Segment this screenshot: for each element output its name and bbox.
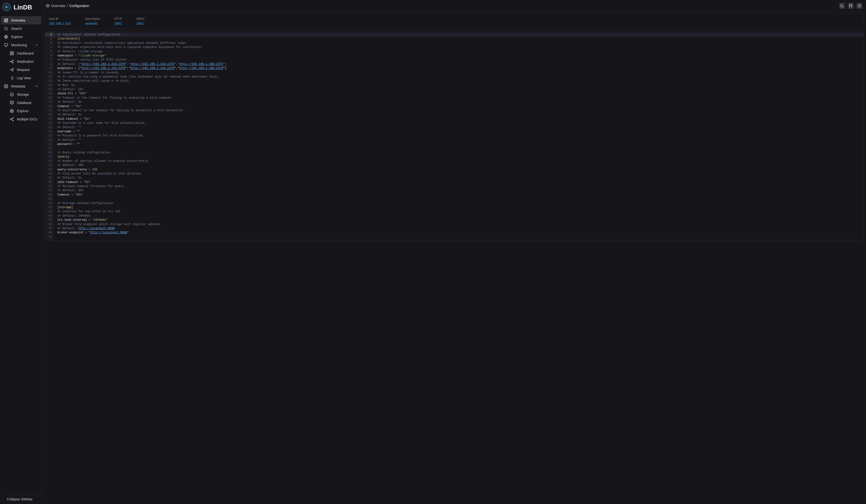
nav-item-explore[interactable]: Explore bbox=[1, 107, 41, 115]
nav-item-monitoring[interactable]: Monitoring bbox=[1, 41, 41, 49]
nav-item-search[interactable]: Search bbox=[1, 24, 41, 33]
info-label: GRPC bbox=[136, 17, 145, 21]
code-line: ## Default: 5s bbox=[54, 176, 863, 180]
theme-toggle-button[interactable] bbox=[839, 3, 845, 9]
chevron-down-icon bbox=[35, 84, 38, 88]
svg-rect-11 bbox=[7, 19, 8, 20]
list-icon bbox=[10, 76, 14, 80]
logo-icon bbox=[2, 2, 11, 12]
svg-point-14 bbox=[4, 27, 7, 30]
code-line: ## Username is a user name for etcd auth… bbox=[54, 121, 863, 125]
svg-point-5 bbox=[4, 7, 4, 7]
code-line: ttl-task-interval = "24h0m0s" bbox=[54, 218, 863, 222]
svg-point-7 bbox=[6, 10, 7, 10]
code-line: endpoints = ["http://192.168.1.218:2379"… bbox=[54, 66, 863, 70]
send-icon bbox=[10, 68, 14, 72]
info-host-name: Host Nameworker0 bbox=[85, 17, 100, 25]
code-line: ## interval for how often do ttl job bbox=[54, 210, 863, 214]
svg-rect-18 bbox=[12, 52, 13, 53]
monitor-icon bbox=[4, 43, 8, 47]
nav-label: Request bbox=[17, 68, 30, 72]
code-line: password = "" bbox=[54, 142, 863, 146]
svg-point-4 bbox=[8, 7, 9, 7]
code-line: ## namespace organizes etcd keys into a … bbox=[54, 45, 863, 49]
info-host-ip: Host IP192.168.1.218 bbox=[49, 17, 71, 25]
info-http: HTTP2892 bbox=[114, 17, 122, 25]
nav-item-metadata[interactable]: Metadata bbox=[1, 82, 41, 90]
grid-icon bbox=[10, 51, 14, 56]
info-value[interactable]: 2892 bbox=[114, 22, 122, 25]
svg-point-6 bbox=[6, 3, 7, 4]
code-line: lease-ttl = "10s" bbox=[54, 92, 863, 96]
code-body[interactable]: ## Coordinator related configuration.[co… bbox=[54, 32, 863, 240]
search-icon bbox=[4, 26, 8, 31]
code-line: ## Maximum timeout threshold for query. bbox=[54, 184, 863, 189]
main: Overview / Configuration Host IP192.168.… bbox=[42, 0, 866, 504]
home-icon[interactable] bbox=[46, 3, 50, 8]
nav-item-database[interactable]: Database bbox=[1, 99, 41, 107]
logo-text: LinDB bbox=[13, 4, 32, 11]
nav-item-overview[interactable]: Overview bbox=[1, 16, 41, 24]
nav-item-storage[interactable]: Storage bbox=[1, 90, 41, 99]
nav-label: Explore bbox=[17, 109, 28, 113]
code-line: [coordinator] bbox=[54, 37, 863, 41]
code-line: username = "" bbox=[54, 130, 863, 134]
code-line: ## lease expiration will cause a re-elec… bbox=[54, 79, 863, 83]
code-line: ## Default: /lindb-storage bbox=[54, 50, 863, 54]
code-line bbox=[54, 147, 863, 151]
info-value[interactable]: 192.168.1.218 bbox=[49, 22, 71, 25]
code-line: ## Coordinator related configuration. bbox=[54, 33, 863, 37]
info-value[interactable]: worker0 bbox=[85, 22, 100, 25]
code-line: query-concurrency = 160 bbox=[54, 168, 863, 172]
svg-point-25 bbox=[10, 93, 13, 96]
nav-label: Multiple IDCs bbox=[17, 117, 37, 121]
svg-point-32 bbox=[10, 119, 11, 120]
svg-point-27 bbox=[10, 101, 13, 102]
code-line bbox=[54, 197, 863, 201]
code-line bbox=[54, 235, 863, 239]
help-button[interactable] bbox=[856, 3, 863, 9]
dashboard-icon bbox=[4, 18, 8, 23]
code-line: [query] bbox=[54, 155, 863, 159]
chevron-down-icon bbox=[35, 43, 38, 47]
code-line: ## Default: "" bbox=[54, 125, 863, 130]
sidebar: LinDB OverviewSearchExploreMonitoringDas… bbox=[0, 0, 42, 504]
nav-label: Log View bbox=[17, 76, 31, 80]
code-line: ## Number of queries allowed to execute … bbox=[54, 159, 863, 163]
svg-point-24 bbox=[5, 86, 7, 87]
svg-point-8 bbox=[9, 4, 9, 5]
code-line: ## Default: http://localhost:9000 bbox=[54, 226, 863, 231]
svg-rect-16 bbox=[4, 44, 8, 46]
svg-point-30 bbox=[12, 111, 12, 111]
nav-label: Metadata bbox=[11, 84, 25, 88]
info-value[interactable]: 2891 bbox=[136, 22, 145, 25]
nav-item-multiple-idcs[interactable]: Multiple IDCs bbox=[1, 115, 41, 123]
code-line: ## Default: 30s bbox=[54, 189, 863, 193]
svg-rect-12 bbox=[7, 20, 8, 22]
target-icon bbox=[10, 109, 14, 113]
breadcrumb-root[interactable]: Overview bbox=[51, 4, 65, 8]
code-line: ## Coordinator coordinates reads/writes … bbox=[54, 41, 863, 45]
nav-label: Replication bbox=[17, 60, 34, 64]
code-line: ## Default: 5s bbox=[54, 113, 863, 117]
nav-label: Overview bbox=[11, 19, 25, 22]
svg-point-31 bbox=[13, 117, 13, 119]
nav-label: Dashboard bbox=[17, 52, 34, 55]
code-line: ## Default: ["http://192.168.1.218:2379"… bbox=[54, 62, 863, 66]
code-line: ## Query related configuration. bbox=[54, 151, 863, 155]
nav: OverviewSearchExploreMonitoringDashboard… bbox=[0, 15, 42, 494]
breadcrumb-sep: / bbox=[67, 4, 68, 8]
code-line: timeout = "30s" bbox=[54, 193, 863, 197]
code-line: broker-endpoint = "http://localhost:9000… bbox=[54, 231, 863, 235]
logo[interactable]: LinDB bbox=[0, 0, 42, 15]
code-line: ## Idle worker will be canceled in this … bbox=[54, 172, 863, 176]
nav-item-explore[interactable]: Explore bbox=[1, 33, 41, 41]
info-label: Host IP bbox=[49, 17, 71, 21]
config-code-view: 1 2 3 4 5 6 7 8 9 10 11 12 13 14 15 16 1… bbox=[45, 32, 864, 240]
nav-item-request[interactable]: Request bbox=[1, 66, 41, 74]
collapse-sidebar-button[interactable]: Collapse Sidebar bbox=[0, 494, 42, 504]
github-button[interactable] bbox=[847, 3, 854, 9]
nav-item-dashboard[interactable]: Dashboard bbox=[1, 49, 41, 57]
nav-item-log-view[interactable]: Log View bbox=[1, 74, 41, 82]
nav-item-replication[interactable]: Replication bbox=[1, 57, 41, 66]
